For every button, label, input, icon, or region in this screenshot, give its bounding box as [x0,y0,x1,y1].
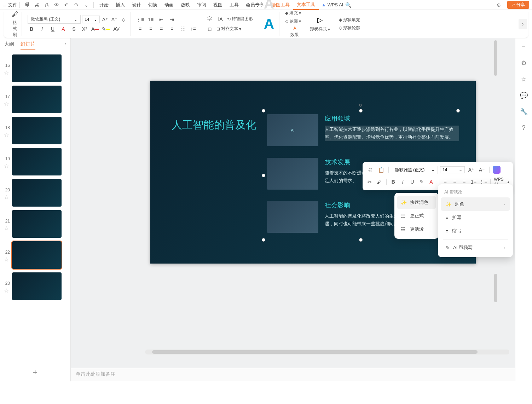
thumbnail-19[interactable] [12,148,62,175]
more-formal-item[interactable]: ☷更正式 [397,209,436,223]
tab-slideshow[interactable]: 放映 [177,0,193,10]
search-icon[interactable]: 🔍 [344,1,352,9]
tab-transition[interactable]: 切换 [145,0,161,10]
tab-insert[interactable]: 插入 [112,0,128,10]
numbering-icon[interactable]: 1≡ [147,16,155,23]
print-icon[interactable]: 🖨 [33,1,41,9]
text-style-1[interactable]: A [264,0,274,12]
ai-shorten-item[interactable]: ≡缩写 [441,224,510,238]
thumbnail-16[interactable] [12,54,62,82]
chevron-down-icon[interactable]: ⌄ [82,1,90,9]
line-spacing-icon[interactable]: ↕≡ [189,25,197,33]
add-slide-button[interactable]: + [0,364,70,381]
outline-tab[interactable]: 大纲 [4,41,14,50]
resize-handle[interactable] [359,238,363,242]
slide-title[interactable]: 人工智能的普及化 [172,118,256,132]
increase-indent-icon[interactable]: ⇥ [168,16,176,23]
mini-increase-font-icon[interactable]: A⁺ [467,166,475,174]
save-icon[interactable]: 🗐 [23,1,31,9]
help-icon[interactable]: ? [522,124,525,132]
decrease-font-icon[interactable]: A⁻ [110,16,118,23]
mini-font-select[interactable]: 微软雅黑 (正文)⌄ [392,166,438,174]
print-preview-icon[interactable]: ⎙ [43,1,51,9]
star-icon[interactable]: ☆ [4,287,9,294]
strike-button[interactable]: A [59,25,67,33]
align-right-icon[interactable]: ≡ [157,25,165,33]
align-center-icon[interactable]: ≡ [147,25,155,33]
justify-icon[interactable]: ≡ [168,25,176,33]
hamburger-icon[interactable]: ≡ [3,2,6,8]
shape-style-button[interactable]: 形状样式 ▾ [310,26,330,32]
tab-review[interactable]: 审阅 [193,0,210,10]
star-icon[interactable]: ☆ [4,194,9,201]
text-margin-icon[interactable]: □ [206,25,214,33]
slides-tab[interactable]: 幻灯片 [21,41,35,50]
shadow-button[interactable]: S [70,25,78,33]
ai-polish-item[interactable]: ✨润色› [441,197,510,211]
tab-text-tools[interactable]: 文本工具 [293,0,319,10]
text-style-2[interactable]: A [264,16,274,32]
thumbnail-20[interactable] [12,179,62,207]
decrease-indent-icon[interactable]: ⇤ [157,16,165,23]
align-left-icon[interactable]: ≡ [136,25,144,33]
mini-font-color-button[interactable]: A [428,178,435,186]
italic-button[interactable]: I [38,25,46,33]
settings-icon[interactable]: ⚙ [521,59,527,67]
format-brush-group[interactable]: 🖌 格式刷 [8,12,22,36]
file-menu[interactable]: 文件 [8,2,17,8]
smart-shape-button[interactable]: ⟲ 转智能图形 [227,16,253,22]
tab-design[interactable]: 设计 [128,0,145,10]
thumbnail-17[interactable] [12,86,62,113]
columns-icon[interactable]: ☷ [179,25,186,33]
font-color-button[interactable]: A [91,25,99,33]
copy-icon[interactable]: ⿻ [366,166,375,174]
undo-icon[interactable]: ↶ [63,1,70,9]
clear-format-icon[interactable]: ◇ [120,16,127,23]
mini-highlight-button[interactable]: ✎ [418,178,426,186]
more-lively-item[interactable]: ☷更活泼 [397,223,436,236]
mini-italic-button[interactable]: I [399,178,406,186]
share-button[interactable]: ↗ 分享 [507,1,529,9]
tab-start[interactable]: 开始 [96,0,112,10]
notes-area[interactable]: 单击此处添加备注 [71,368,515,381]
tab-view[interactable]: 视图 [210,0,226,10]
wps-ai-label[interactable]: ▲WPS AI [322,2,343,7]
horizontal-scrollbar[interactable] [145,350,509,354]
mini-brush-icon[interactable]: 🖌 [376,178,383,186]
highlight-button[interactable]: ✎ [102,25,110,33]
ribbon-expand-icon[interactable]: › [519,19,527,29]
cut-icon[interactable]: ✂ [366,178,374,186]
mini-size-input[interactable]: 14⌄ [440,166,465,173]
mini-decrease-font-icon[interactable]: A⁻ [478,166,486,174]
star-icon[interactable]: ☆ [4,69,9,76]
paste-icon[interactable]: 📋 [377,166,385,174]
character-spacing-button[interactable]: AV [112,25,120,33]
text-effect-button[interactable]: A效果 [290,26,299,38]
ai-help-write-item[interactable]: ✎AI 帮我写› [441,241,510,254]
resize-handle[interactable] [456,109,460,112]
resize-handle[interactable] [262,174,265,177]
increase-font-icon[interactable]: A⁺ [101,16,109,23]
content-block-1[interactable]: AI 应用领域 人工智能技术正逐步渗透到各行各业，以智能化手段提升生产效率、优化… [267,114,459,146]
minus-icon[interactable]: − [522,43,526,51]
tab-tools[interactable]: 工具 [226,0,242,10]
star-icon[interactable]: ☆ [4,163,9,169]
rotate-handle-icon[interactable]: ↻ [359,103,362,108]
underline-button[interactable]: U [49,25,57,33]
shape-fill-button[interactable]: ◆ 形状填充 [339,17,360,23]
vertical-text-icon[interactable]: IA [216,15,224,23]
resize-handle[interactable] [262,109,265,112]
collapse-panel-icon[interactable]: ‹ [64,41,66,50]
star-icon[interactable]: ☆ [4,132,9,138]
shape-outline-button[interactable]: ◇ 形状轮廓 [339,25,360,31]
bullets-icon[interactable]: ⋮≡ [136,16,144,23]
font-size-input[interactable]: 14⌄ [82,16,100,23]
resize-handle[interactable] [262,238,265,242]
quick-polish-item[interactable]: ✨快速润色 [397,196,436,209]
text-fill-button[interactable]: ◆ 填充 ▾ [285,10,301,16]
text-direction-icon[interactable]: 字 [206,15,214,23]
mini-underline-button[interactable]: U [409,178,416,186]
thumbnail-21[interactable] [12,210,62,238]
star-icon[interactable]: ☆ [4,256,9,263]
star-icon[interactable]: ☆ [4,100,9,107]
